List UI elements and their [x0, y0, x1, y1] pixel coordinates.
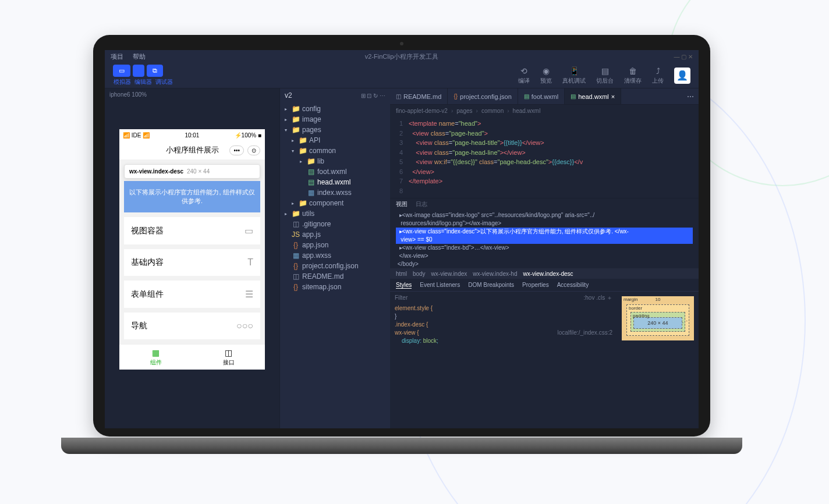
devtools-tab-elements[interactable]: 视图 — [396, 200, 408, 208]
devtools-tab-console[interactable]: 日志 — [416, 200, 427, 208]
phone-title: 小程序组件展示 — [166, 145, 219, 155]
menubar: 项目 帮助 v2-FinClip小程序开发工具 — ▢ ✕ — [105, 50, 699, 63]
menu-help[interactable]: 帮助 — [133, 52, 146, 61]
phone-status-left: 📶 IDE 📶 — [123, 132, 150, 139]
devtools: 视图 日志 ▸<wx-image class="index-logo" src=… — [390, 198, 699, 349]
laptop-frame: 项目 帮助 v2-FinClip小程序开发工具 — ▢ ✕ ▭⧉ 模拟器编辑器调… — [93, 35, 710, 454]
mode-label: 模拟器 — [113, 78, 132, 86]
toolbar-action-上传[interactable]: ⤴上传 — [652, 66, 664, 85]
tree-node[interactable]: ▾📁common — [280, 145, 390, 156]
style-tab[interactable]: DOM Breakpoints — [468, 282, 514, 288]
mode-button-1[interactable] — [133, 65, 144, 77]
file-explorer: v2 ⊞ ⊡ ↻ ⋯ ▸📁config▸📁image▾📁pages▸📁API▾📁… — [279, 88, 390, 428]
component-row[interactable]: 视图容器▭ — [124, 217, 260, 244]
styles-filter[interactable]: Filter — [395, 294, 408, 302]
editor-tabs: ◫README.md{}project.config.json▤foot.wxm… — [390, 88, 699, 105]
component-row[interactable]: 导航○○○ — [124, 313, 260, 339]
style-tab[interactable]: Properties — [522, 282, 549, 288]
dom-tree[interactable]: ▸<wx-image class="index-logo" src="../re… — [390, 210, 699, 268]
phone-preview[interactable]: 📶 IDE 📶 10:01 ⚡100% ■ 小程序组件展示 •••⊙ wx-vi — [119, 129, 265, 370]
tree-node[interactable]: ▤foot.wxml — [280, 166, 390, 177]
user-avatar[interactable]: 👤 — [674, 68, 690, 84]
crumb[interactable]: wx-view.index-desc — [523, 271, 573, 277]
tree-node[interactable]: {}sitemap.json — [280, 282, 390, 292]
crumb[interactable]: body — [413, 271, 426, 277]
editor-tab[interactable]: ◫README.md — [390, 88, 448, 104]
editor-tab[interactable]: ▤foot.wxml — [518, 88, 565, 104]
menu-project[interactable]: 项目 — [111, 52, 123, 61]
laptop-base — [61, 438, 742, 454]
window-title: v2-FinClip小程序开发工具 — [365, 52, 439, 61]
box-model: margin 10 border - padding - 240 × 4 — [617, 292, 699, 349]
mode-button-0[interactable]: ▭ — [113, 65, 130, 77]
tree-node[interactable]: ▸📁utils — [280, 208, 390, 219]
tree-node[interactable]: JSapp.js — [280, 229, 390, 240]
mode-label: 编辑器 — [134, 78, 153, 86]
dom-breadcrumb[interactable]: htmlbodywx-view.indexwx-view.index-hdwx-… — [390, 268, 699, 279]
styles-toggles[interactable]: :hov .cls ＋ — [584, 294, 612, 302]
toolbar-action-真机调试[interactable]: 📱真机调试 — [562, 66, 586, 85]
tree-node[interactable]: ▦index.wxss — [280, 187, 390, 198]
toolbar-action-预览[interactable]: ◉预览 — [540, 66, 552, 85]
toolbar-action-清缓存[interactable]: 🗑清缓存 — [624, 66, 642, 85]
window-controls[interactable]: — ▢ ✕ — [674, 54, 693, 60]
tree-node[interactable]: ▸📁lib — [280, 156, 390, 166]
phone-status-time: 10:01 — [185, 132, 199, 139]
tree-node[interactable]: {}app.json — [280, 240, 390, 250]
toolbar-action-编译[interactable]: ⟲编译 — [518, 66, 530, 85]
tree-root-label[interactable]: v2 — [285, 91, 292, 100]
phone-status-right: ⚡100% ■ — [235, 132, 261, 139]
crumb[interactable]: wx-view.index — [431, 271, 467, 277]
simulator-device-label: iphone6 100% — [105, 88, 279, 100]
tree-node[interactable]: ▸📁image — [280, 114, 390, 125]
tree-node[interactable]: ◫README.md — [280, 271, 390, 282]
mode-label: 调试器 — [155, 78, 173, 86]
simulator-pane: iphone6 100% 📶 IDE 📶 10:01 ⚡100% ■ 小程序组件… — [105, 88, 279, 428]
tabs-more-icon[interactable]: ⋯ — [682, 93, 699, 101]
tree-node[interactable]: ▤head.wxml — [280, 177, 390, 187]
editor-tab[interactable]: ▤head.wxml× — [565, 88, 621, 104]
phone-close-icon[interactable]: ⊙ — [247, 145, 260, 155]
phone-tab[interactable]: ◫接口 — [192, 345, 265, 370]
tree-node[interactable]: ▾📁pages — [280, 125, 390, 135]
breadcrumb[interactable]: fino-applet-demo-v2›pages›common›head.wx… — [390, 105, 699, 116]
crumb[interactable]: html — [396, 271, 407, 277]
tree-action-icons[interactable]: ⊞ ⊡ ↻ ⋯ — [361, 93, 385, 99]
tree-node[interactable]: {}project.config.json — [280, 261, 390, 271]
component-row[interactable]: 表单组件☰ — [124, 281, 260, 308]
inspector-tooltip: wx-view.index-desc 240 × 44 — [124, 164, 260, 179]
code-editor[interactable]: 1<template name="head">2 <view class="pa… — [390, 116, 699, 198]
style-tab[interactable]: Event Listeners — [420, 282, 460, 288]
editor-pane: ◫README.md{}project.config.json▤foot.wxm… — [390, 88, 699, 428]
tree-node[interactable]: ◫.gitignore — [280, 219, 390, 229]
tree-node[interactable]: ▦app.wxss — [280, 250, 390, 261]
close-icon[interactable]: × — [611, 93, 615, 100]
style-tab[interactable]: Accessibility — [557, 282, 589, 288]
style-tab[interactable]: Styles — [396, 282, 412, 289]
component-row[interactable]: 基础内容T — [124, 249, 260, 276]
mode-button-2[interactable]: ⧉ — [147, 65, 163, 77]
ide-window: 项目 帮助 v2-FinClip小程序开发工具 — ▢ ✕ ▭⧉ 模拟器编辑器调… — [105, 50, 699, 428]
toolbar: ▭⧉ 模拟器编辑器调试器 ⟲编译◉预览📱真机调试▤切后台🗑清缓存⤴上传👤 — [105, 63, 699, 88]
tree-node[interactable]: ▸📁component — [280, 198, 390, 208]
tree-node[interactable]: ▸📁config — [280, 104, 390, 114]
crumb[interactable]: wx-view.index-hd — [473, 271, 517, 277]
styles-tabs: StylesEvent ListenersDOM BreakpointsProp… — [390, 279, 699, 292]
phone-tab[interactable]: ▦组件 — [119, 345, 192, 370]
styles-pane[interactable]: Filter :hov .cls ＋ element.style {}.inde… — [390, 292, 617, 349]
phone-menu-icon[interactable]: ••• — [229, 145, 244, 155]
editor-tab[interactable]: {}project.config.json — [448, 88, 518, 104]
camera-icon — [400, 42, 403, 45]
highlighted-element[interactable]: 以下将展示小程序官方组件能力, 组件样式仅供参考. — [124, 181, 260, 212]
toolbar-action-切后台[interactable]: ▤切后台 — [596, 66, 614, 85]
tree-node[interactable]: ▸📁API — [280, 135, 390, 145]
